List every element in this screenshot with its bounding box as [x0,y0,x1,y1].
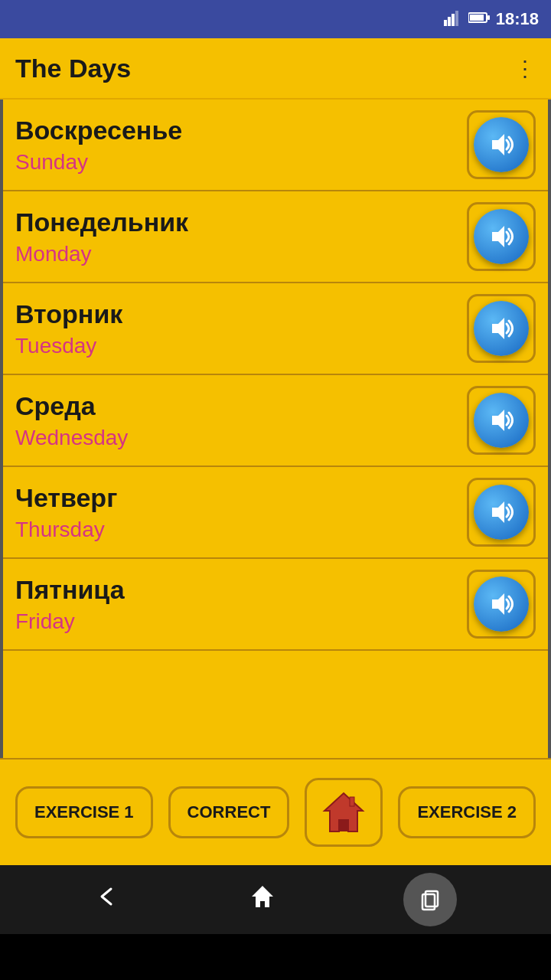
android-nav-bar [0,865,551,934]
status-bar: 18:18 [0,0,551,38]
speaker-icon-5 [486,589,517,619]
day-row: Вторник Tuesday [3,283,548,375]
audio-btn-inner-1 [474,209,529,264]
day-russian-1: Понедельник [15,207,467,237]
svg-rect-3 [455,11,458,26]
svg-rect-15 [350,797,354,806]
audio-button-2[interactable] [467,294,536,363]
speaker-icon-3 [486,405,517,436]
svg-marker-8 [492,226,504,247]
svg-marker-9 [492,318,504,339]
day-russian-0: Воскресенье [15,116,467,145]
day-text-5: Пятница Friday [15,575,467,634]
svg-rect-5 [470,15,484,21]
day-text-4: Четверг Thursday [15,483,467,542]
speaker-icon-4 [486,497,517,528]
home-icon [321,789,367,835]
day-english-5: Friday [15,609,467,634]
status-time: 18:18 [496,9,539,29]
exercise2-button[interactable]: EXERCISE 2 [398,786,536,838]
correct-button[interactable]: CORRECT [168,786,290,838]
svg-marker-11 [492,501,504,523]
back-button[interactable] [94,883,122,917]
day-english-0: Sunday [15,150,467,175]
svg-rect-6 [487,15,490,20]
svg-rect-1 [448,17,451,26]
svg-marker-7 [492,134,504,155]
status-icons: 18:18 [444,9,539,30]
day-english-1: Monday [15,242,467,266]
speaker-icon-2 [486,313,517,344]
day-text-1: Понедельник Monday [15,207,467,266]
day-row: Понедельник Monday [3,191,548,283]
svg-marker-10 [492,410,504,431]
days-list: Воскресенье Sunday Понедельник Monday [0,100,551,758]
day-row: Воскресенье Sunday [3,100,548,191]
audio-button-4[interactable] [467,478,536,547]
svg-rect-14 [340,820,347,831]
recents-button[interactable] [403,873,457,926]
day-russian-5: Пятница [15,575,467,605]
audio-btn-inner-3 [474,393,529,448]
header: The Days ⋮ [0,38,551,100]
menu-icon[interactable]: ⋮ [514,56,536,81]
speaker-icon-1 [486,221,517,252]
audio-button-0[interactable] [467,110,536,179]
day-russian-2: Вторник [15,299,467,329]
audio-button-5[interactable] [467,570,536,639]
svg-rect-2 [452,14,455,26]
svg-marker-16 [252,886,273,907]
exercise1-button[interactable]: EXERCISE 1 [15,786,153,838]
day-row: Четверг Thursday [3,467,548,559]
audio-button-1[interactable] [467,202,536,271]
audio-button-3[interactable] [467,386,536,455]
day-english-3: Wednesday [15,426,467,450]
day-row: Пятница Friday [3,559,548,651]
svg-rect-0 [444,20,447,26]
audio-btn-inner-4 [474,485,529,540]
day-text-3: Среда Wednesday [15,391,467,450]
day-text-2: Вторник Tuesday [15,299,467,358]
bottom-toolbar: EXERCISE 1 CORRECT EXERCISE 2 [0,758,551,865]
battery-icon [468,11,490,28]
speaker-icon-0 [486,129,517,160]
audio-btn-inner-0 [474,117,529,172]
svg-marker-12 [492,593,504,615]
home-button[interactable] [305,778,383,847]
audio-btn-inner-5 [474,577,529,632]
day-row: Среда Wednesday [3,375,548,467]
page-title: The Days [15,54,131,83]
day-english-4: Thursday [15,518,467,542]
audio-btn-inner-2 [474,301,529,356]
android-home-button[interactable] [249,883,276,917]
day-russian-4: Четверг [15,483,467,513]
signal-icon [444,9,462,30]
day-text-0: Воскресенье Sunday [15,116,467,175]
day-english-2: Tuesday [15,334,467,358]
day-russian-3: Среда [15,391,467,421]
